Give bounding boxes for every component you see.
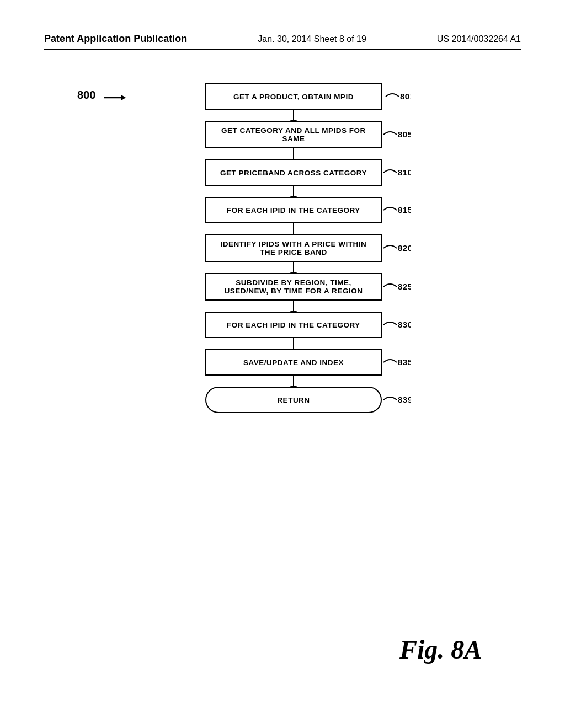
page-header: Patent Application Publication Jan. 30, … [44,33,521,50]
svg-text:820: 820 [398,243,411,253]
flow-step-839: RETURN 839 [205,387,382,413]
box-815: FOR EACH IPID IN THE CATEGORY 815 [205,197,382,223]
box-801: GET A PRODUCT, OBTAIN MPID 801 [205,83,382,110]
flow-step-820: IDENTIFY IPIDS WITH A PRICE WITHIN THE P… [205,234,382,262]
box-825: SUBDIVIDE BY REGION, TIME, USED/NEW, BY … [205,273,382,301]
svg-text:839: 839 [398,395,411,404]
patent-number: US 2014/0032264 A1 [437,34,521,44]
box-835: SAVE/UPDATE AND INDEX 835 [205,349,382,376]
page: Patent Application Publication Jan. 30, … [0,0,565,728]
connector-7 [293,338,295,349]
flow-container: GET A PRODUCT, OBTAIN MPID 801 GET CATEG… [55,83,532,413]
connector-1 [293,110,295,121]
connector-2 [293,148,295,159]
svg-text:805: 805 [398,130,411,139]
label-830: 830 [382,318,411,331]
flow-step-805: GET CATEGORY AND ALL MPIDS FOR SAME 805 [205,121,382,148]
label-825: 825 [382,280,411,293]
svg-text:825: 825 [398,282,411,291]
label-801: 801 [385,90,411,103]
label-820: 820 [382,242,411,255]
svg-text:835: 835 [398,357,411,367]
diagram-area: 800 GET A PRODUCT, OBTAIN MPID 801 [44,83,521,413]
flow-step-801: GET A PRODUCT, OBTAIN MPID 801 [205,83,382,110]
flow-step-830: FOR EACH IPID IN THE CATEGORY 830 [205,312,382,338]
box-839: RETURN 839 [205,387,382,413]
label-810: 810 [382,166,411,179]
flow-step-810: GET PRICEBAND ACROSS CATEGORY 810 [205,159,382,186]
connector-4 [293,223,295,234]
svg-text:815: 815 [398,205,411,215]
flow-step-835: SAVE/UPDATE AND INDEX 835 [205,349,382,376]
box-805: GET CATEGORY AND ALL MPIDS FOR SAME 805 [205,121,382,148]
connector-6 [293,301,295,312]
box-830: FOR EACH IPID IN THE CATEGORY 830 [205,312,382,338]
svg-text:801: 801 [400,92,411,101]
connector-3 [293,186,295,197]
sheet-info: Jan. 30, 2014 Sheet 8 of 19 [258,34,366,44]
label-815: 815 [382,204,411,217]
label-839: 839 [382,393,411,406]
publication-label: Patent Application Publication [44,33,187,45]
figure-label-text: Fig. 8A [399,635,482,664]
flow-step-825: SUBDIVIDE BY REGION, TIME, USED/NEW, BY … [205,273,382,301]
box-810: GET PRICEBAND ACROSS CATEGORY 810 [205,159,382,186]
svg-text:830: 830 [398,320,411,329]
connector-5 [293,262,295,273]
figure-label: Fig. 8A [394,627,515,667]
label-835: 835 [382,356,411,369]
flow-step-815: FOR EACH IPID IN THE CATEGORY 815 [205,197,382,223]
label-805: 805 [382,128,411,141]
box-820: IDENTIFY IPIDS WITH A PRICE WITHIN THE P… [205,234,382,262]
svg-text:810: 810 [398,168,411,177]
connector-8 [293,376,295,387]
